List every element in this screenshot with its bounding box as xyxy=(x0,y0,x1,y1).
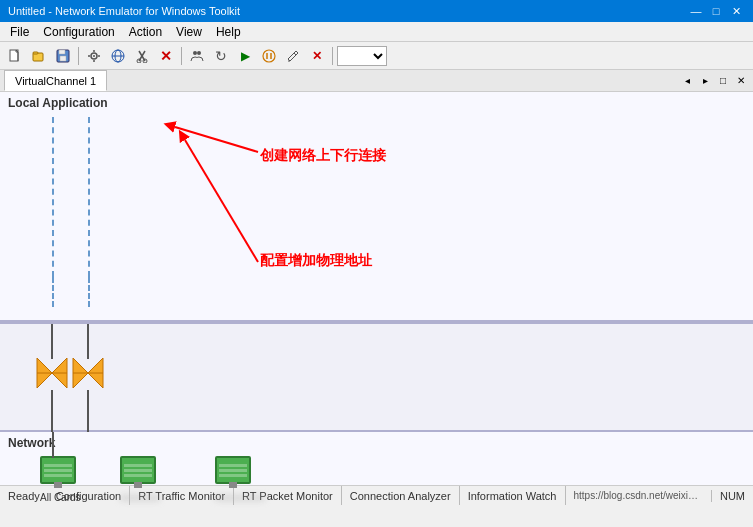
menu-action[interactable]: Action xyxy=(123,23,168,41)
connector-v3 xyxy=(51,390,53,434)
toolbar-close2[interactable]: ✕ xyxy=(306,45,328,67)
svg-line-29 xyxy=(185,140,258,262)
toolbar-network[interactable] xyxy=(107,45,129,67)
tab-new[interactable]: □ xyxy=(715,73,731,89)
bowtie-node-2[interactable] xyxy=(71,356,105,390)
connector-v4 xyxy=(87,390,89,434)
menu-file[interactable]: File xyxy=(4,23,35,41)
menu-configuration[interactable]: Configuration xyxy=(37,23,120,41)
toolbar: ✕ ↻ ▶ ✕ xyxy=(0,42,753,70)
maximize-button[interactable]: □ xyxy=(707,3,725,19)
toolbar-sep3 xyxy=(332,47,333,65)
toolbar-delete[interactable]: ✕ xyxy=(155,45,177,67)
svg-rect-6 xyxy=(59,50,65,54)
toolbar-settings[interactable] xyxy=(83,45,105,67)
netcard-label-2: xxxxxxxx xyxy=(120,492,160,503)
netcard-3[interactable]: xxxxxxxxxx xyxy=(215,456,265,503)
status-num: NUM xyxy=(711,490,753,502)
toolbar-refresh[interactable]: ↻ xyxy=(210,45,232,67)
toolbar-sep1 xyxy=(78,47,79,65)
toolbar-sep2 xyxy=(181,47,182,65)
menu-bar: File Configuration Action View Help xyxy=(0,22,753,42)
title-bar: Untitled - Network Emulator for Windows … xyxy=(0,0,753,22)
status-url: https://blog.csdn.net/weixin_xxxxxxx xyxy=(566,490,711,501)
toolbar-open[interactable] xyxy=(28,45,50,67)
menu-view[interactable]: View xyxy=(170,23,208,41)
status-bar: Ready Configuration RT Traffic Monitor R… xyxy=(0,485,753,505)
network-label: Network xyxy=(8,436,745,450)
dashed-line-1 xyxy=(52,117,54,277)
status-tab-info[interactable]: Information Watch xyxy=(460,486,566,505)
connector-to-net1 xyxy=(52,432,54,458)
local-app-label: Local Application xyxy=(8,96,745,110)
tab-virtualchannel1[interactable]: VirtualChannel 1 xyxy=(4,70,107,91)
svg-rect-4 xyxy=(33,52,38,54)
netcard-icon-2 xyxy=(120,456,156,484)
mid-section xyxy=(0,322,753,432)
toolbar-play[interactable]: ▶ xyxy=(234,45,256,67)
tab-nav-prev[interactable]: ◂ xyxy=(679,73,695,89)
dashed-line-2 xyxy=(52,277,54,307)
svg-point-22 xyxy=(197,51,201,55)
connector-v1 xyxy=(51,324,53,359)
toolbar-new[interactable] xyxy=(4,45,26,67)
svg-point-9 xyxy=(93,55,95,57)
dashed-line-3 xyxy=(88,117,90,277)
toolbar-cut[interactable] xyxy=(131,45,153,67)
toolbar-dropdown[interactable] xyxy=(337,46,387,66)
toolbar-save[interactable] xyxy=(52,45,74,67)
svg-line-28 xyxy=(175,127,258,152)
main-content: Local Application 创建网络上下行连接 配置增加物理地址 xyxy=(0,92,753,485)
tab-nav: ◂ ▸ □ ✕ xyxy=(679,70,753,91)
toolbar-edit[interactable] xyxy=(282,45,304,67)
netcard-icon-3 xyxy=(215,456,251,484)
menu-help[interactable]: Help xyxy=(210,23,247,41)
close-button[interactable]: ✕ xyxy=(727,3,745,19)
minimize-button[interactable]: — xyxy=(687,3,705,19)
netcard-2[interactable]: xxxxxxxx xyxy=(120,456,160,503)
toolbar-pause[interactable] xyxy=(258,45,280,67)
dashed-line-4 xyxy=(88,277,90,307)
annotation-create-connection: 创建网络上下行连接 xyxy=(260,147,386,165)
annotation-arrows xyxy=(0,92,753,320)
local-app-section: Local Application 创建网络上下行连接 配置增加物理地址 xyxy=(0,92,753,322)
status-tab-connection[interactable]: Connection Analyzer xyxy=(342,486,460,505)
netcard-allcards[interactable]: All Cards xyxy=(40,456,81,503)
tab-nav-next[interactable]: ▸ xyxy=(697,73,713,89)
network-section: Network All Cards xxxxxxxx xyxy=(0,432,753,485)
svg-rect-7 xyxy=(60,56,66,61)
title-bar-controls: — □ ✕ xyxy=(687,3,745,19)
netcard-label-1: All Cards xyxy=(40,492,81,503)
title-text: Untitled - Network Emulator for Windows … xyxy=(8,5,240,17)
svg-point-21 xyxy=(193,51,197,55)
svg-point-23 xyxy=(263,50,275,62)
netcard-label-3: xxxxxxxxxx xyxy=(215,492,265,503)
bowtie-node-1[interactable] xyxy=(35,356,69,390)
tab-close[interactable]: ✕ xyxy=(733,73,749,89)
annotation-config-address: 配置增加物理地址 xyxy=(260,252,372,270)
tab-bar: VirtualChannel 1 ◂ ▸ □ ✕ xyxy=(0,70,753,92)
toolbar-users[interactable] xyxy=(186,45,208,67)
netcard-icon-1 xyxy=(40,456,76,484)
connector-v2 xyxy=(87,324,89,359)
